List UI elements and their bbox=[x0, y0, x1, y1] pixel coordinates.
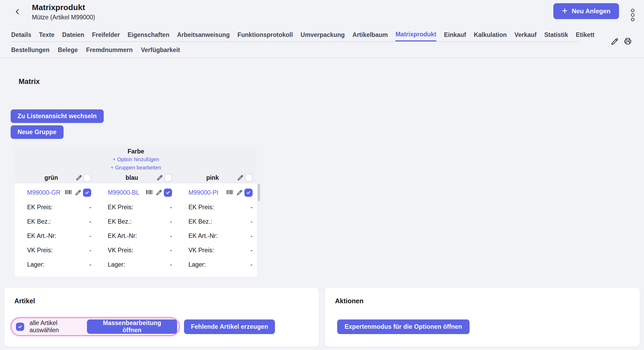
field-label: EK Preis: bbox=[189, 204, 214, 211]
option-column-header: pink bbox=[176, 172, 257, 183]
option-header-row: grün blau pink bbox=[15, 172, 257, 183]
articles-card: Artikel alle Artikel auswählen Massenbea… bbox=[4, 287, 319, 347]
option-column-header: grün bbox=[15, 172, 95, 183]
pencil-icon[interactable] bbox=[236, 189, 243, 196]
new-group-button[interactable]: Neue Gruppe bbox=[11, 125, 64, 139]
field-value: - bbox=[250, 247, 253, 254]
tab-details[interactable]: Details bbox=[11, 28, 31, 41]
switch-to-list-view-button[interactable]: Zu Listenansicht wechseln bbox=[11, 109, 104, 123]
field-label: Lager: bbox=[27, 261, 44, 268]
checkmark-icon bbox=[18, 324, 23, 329]
article-checkbox[interactable] bbox=[244, 189, 253, 197]
field-row: EK Art.-Nr:- bbox=[108, 229, 172, 243]
article-link[interactable]: M99000-GR bbox=[27, 189, 60, 196]
tab-kalkulation[interactable]: Kalkulation bbox=[474, 28, 507, 41]
field-value: - bbox=[89, 204, 91, 211]
tab-fremdnummern[interactable]: Fremdnummern bbox=[86, 46, 133, 54]
tab-artikelbaum[interactable]: Artikelbaum bbox=[353, 28, 388, 41]
field-label: EK Preis: bbox=[27, 204, 53, 211]
field-label: VK Preis: bbox=[27, 247, 53, 254]
field-row: EK Bez.:- bbox=[108, 214, 172, 229]
checkmark-icon bbox=[246, 190, 251, 195]
tab-umverpackung[interactable]: Umverpackung bbox=[300, 28, 345, 41]
option-checkbox[interactable] bbox=[83, 174, 91, 182]
select-all-label: alle Artikel auswählen bbox=[30, 319, 87, 334]
field-label: Lager: bbox=[189, 261, 206, 268]
field-value: - bbox=[89, 247, 91, 254]
checkmark-icon bbox=[165, 190, 170, 195]
checkmark-icon bbox=[85, 190, 90, 195]
option-checkbox[interactable] bbox=[164, 174, 172, 182]
field-value: - bbox=[250, 232, 253, 240]
create-new-button[interactable]: + Neu Anlegen bbox=[553, 3, 619, 19]
pencil-icon[interactable] bbox=[156, 174, 163, 181]
tab-freifelder[interactable]: Freifelder bbox=[92, 28, 120, 41]
option-group-name: Farbe bbox=[15, 147, 257, 155]
field-value: - bbox=[250, 218, 253, 225]
option-name: pink bbox=[189, 174, 237, 181]
kebab-dot bbox=[631, 13, 634, 17]
pencil-icon[interactable] bbox=[75, 174, 82, 181]
add-option-link[interactable]: + Option hinzufügen bbox=[15, 155, 257, 164]
article-row: M99000-BL bbox=[108, 185, 172, 200]
matrix-section-title: Matrix bbox=[19, 78, 40, 86]
variant-column-pink: M99000-PI EK Preis:- EK Bez.:- EK Art.-N… bbox=[176, 185, 257, 272]
pencil-icon[interactable] bbox=[237, 174, 244, 181]
option-name: grün bbox=[27, 174, 75, 181]
field-row: Lager:- bbox=[108, 257, 172, 272]
field-value: - bbox=[250, 261, 253, 268]
barcode-icon[interactable] bbox=[145, 189, 154, 196]
tab-statistik[interactable]: Statistik bbox=[544, 28, 568, 41]
field-value: - bbox=[89, 261, 91, 268]
barcode-icon[interactable] bbox=[226, 189, 235, 196]
edit-button[interactable] bbox=[609, 37, 620, 47]
field-value: - bbox=[89, 232, 91, 240]
field-value: - bbox=[89, 218, 91, 225]
tab-funktionsprotokoll[interactable]: Funktionsprotokoll bbox=[237, 28, 293, 41]
bulk-edit-button[interactable]: Massenbearbeitung öffnen bbox=[87, 319, 177, 334]
secondary-tab-bar: Bestellungen Belege Fremdnummern Verfügb… bbox=[11, 44, 180, 56]
actions-card-title: Aktionen bbox=[335, 297, 363, 305]
field-label: EK Art.-Nr: bbox=[108, 232, 137, 240]
pencil-icon[interactable] bbox=[74, 189, 82, 196]
article-link[interactable]: M99000-BL bbox=[108, 189, 139, 196]
tab-einkauf[interactable]: Einkauf bbox=[444, 28, 466, 41]
edit-groups-link[interactable]: + Gruppen bearbeiten bbox=[15, 164, 257, 172]
field-label: EK Art.-Nr: bbox=[189, 232, 218, 240]
print-button[interactable] bbox=[623, 36, 633, 46]
field-value: - bbox=[170, 261, 172, 268]
article-row: M99000-PI bbox=[189, 185, 253, 200]
option-column-header: blau bbox=[95, 172, 176, 183]
tab-eigenschaften[interactable]: Eigenschaften bbox=[128, 28, 169, 41]
pencil-icon[interactable] bbox=[155, 189, 162, 196]
field-value: - bbox=[170, 247, 172, 254]
article-checkbox[interactable] bbox=[83, 189, 91, 197]
tab-dateien[interactable]: Dateien bbox=[62, 28, 84, 41]
table-scrollbar-thumb[interactable] bbox=[258, 184, 260, 201]
tab-verkauf[interactable]: Verkauf bbox=[515, 28, 537, 41]
tab-belege[interactable]: Belege bbox=[58, 46, 78, 54]
tab-texte[interactable]: Texte bbox=[39, 28, 54, 41]
article-link[interactable]: M99000-PI bbox=[189, 189, 219, 196]
tab-bestellungen[interactable]: Bestellungen bbox=[11, 46, 49, 54]
back-button[interactable] bbox=[12, 6, 23, 18]
tab-arbeitsanweisung[interactable]: Arbeitsanweisung bbox=[177, 28, 230, 41]
option-checkbox[interactable] bbox=[245, 174, 253, 182]
tab-etikett[interactable]: Etikett bbox=[576, 28, 594, 41]
article-checkbox[interactable] bbox=[164, 189, 172, 197]
article-row: M99000-GR bbox=[27, 185, 91, 200]
variant-column-blau: M99000-BL EK Preis:- EK Bez.:- EK Art.-N… bbox=[95, 185, 176, 272]
more-options-button[interactable] bbox=[629, 7, 637, 23]
select-all-checkbox[interactable] bbox=[16, 323, 24, 331]
field-row: EK Preis:- bbox=[189, 200, 253, 214]
field-label: EK Preis: bbox=[108, 204, 133, 211]
field-label: VK Preis: bbox=[108, 247, 133, 254]
tab-verfuegbarkeit[interactable]: Verfügbarkeit bbox=[141, 46, 180, 54]
field-label: Lager: bbox=[108, 261, 125, 268]
variant-column-gruen: M99000-GR EK Preis:- EK Bez.:- EK Art.-N… bbox=[15, 185, 95, 272]
tab-matrixprodukt[interactable]: Matrixprodukt bbox=[395, 28, 436, 41]
expert-mode-button[interactable]: Expertenmodus für die Optionen öffnen bbox=[337, 319, 470, 334]
create-missing-articles-button[interactable]: Fehlende Artikel erzeugen bbox=[184, 319, 275, 334]
field-label: EK Bez.: bbox=[189, 218, 212, 225]
barcode-icon[interactable] bbox=[65, 189, 73, 196]
